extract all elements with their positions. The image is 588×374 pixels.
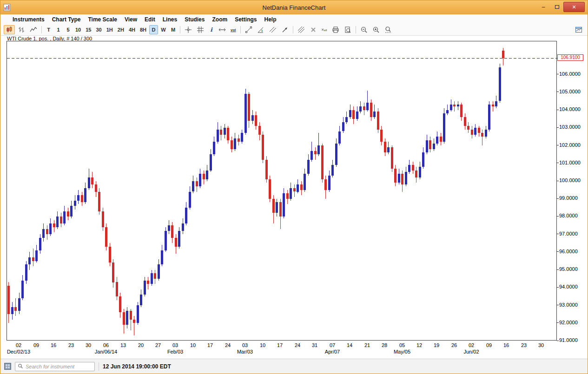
info-icon[interactable]: i bbox=[207, 25, 216, 34]
date-axis-label: 09 bbox=[486, 342, 492, 348]
candle bbox=[67, 211, 69, 217]
candle bbox=[349, 110, 351, 117]
timeframe-daily-button[interactable]: D bbox=[149, 25, 158, 34]
candle bbox=[206, 171, 208, 179]
date-axis-label: 17 bbox=[277, 342, 283, 348]
new-chart-window-icon[interactable] bbox=[573, 25, 584, 34]
candle bbox=[373, 112, 376, 117]
menu-help[interactable]: Help bbox=[260, 15, 280, 24]
minimize-button[interactable]: – bbox=[536, 2, 550, 12]
candle bbox=[137, 305, 139, 323]
candle bbox=[440, 137, 442, 142]
candle bbox=[241, 133, 243, 142]
statusbar-logo-icon bbox=[4, 363, 11, 370]
search-input[interactable] bbox=[26, 364, 92, 369]
candle bbox=[165, 231, 167, 250]
zoom-out-icon[interactable] bbox=[358, 25, 370, 34]
date-axis-label: 16 bbox=[51, 342, 56, 348]
candlestick-chart-icon[interactable] bbox=[4, 25, 15, 34]
volume-icon[interactable]: vol bbox=[229, 25, 238, 34]
title-bar[interactable]: NetDania FinanceChart – × bbox=[0, 0, 588, 14]
instrument-search-box[interactable] bbox=[15, 362, 95, 371]
date-axis-month-label: Jan/06/14 bbox=[95, 349, 117, 354]
scroll-horizontal-icon[interactable] bbox=[217, 25, 228, 34]
app-window: NetDania FinanceChart – × InstrumentsCha… bbox=[0, 0, 588, 374]
timeframe-tick-button[interactable]: T bbox=[44, 25, 53, 34]
andrews-pitchfork-icon[interactable] bbox=[296, 25, 307, 34]
statusbar-separator bbox=[99, 362, 99, 371]
candle bbox=[49, 223, 52, 234]
date-axis-label: 05 bbox=[399, 342, 405, 348]
arrow-annotation-icon[interactable] bbox=[279, 25, 291, 34]
date-axis-label: 09 bbox=[33, 342, 39, 348]
timeframe-2h-button[interactable]: 2H bbox=[116, 25, 126, 34]
timeframe-1h-button[interactable]: 1H bbox=[105, 25, 115, 34]
candle bbox=[279, 202, 282, 217]
grid-icon[interactable] bbox=[195, 25, 206, 34]
candle bbox=[199, 174, 201, 186]
maximize-button[interactable] bbox=[550, 2, 563, 12]
menu-lines[interactable]: Lines bbox=[159, 15, 181, 24]
menu-view[interactable]: View bbox=[121, 15, 141, 24]
candle bbox=[443, 113, 445, 142]
menu-instruments[interactable]: Instruments bbox=[9, 15, 48, 24]
price-axis-label: 94.0000 bbox=[559, 284, 578, 289]
delete-all-drawings-icon[interactable]: ×all bbox=[320, 25, 329, 34]
candle bbox=[422, 152, 424, 167]
price-axis-label: 96.0000 bbox=[559, 249, 578, 254]
timeframe-15min-button[interactable]: 15 bbox=[84, 25, 93, 34]
trend-line-angle-icon[interactable]: 1 bbox=[255, 25, 266, 34]
candle bbox=[189, 192, 191, 208]
candle bbox=[436, 137, 438, 144]
date-axis-label: 02 bbox=[469, 342, 474, 348]
timeframe-4h-button[interactable]: 4H bbox=[127, 25, 137, 34]
search-icon bbox=[18, 362, 23, 371]
menu-edit[interactable]: Edit bbox=[141, 15, 159, 24]
quote-timestamp: 12 Jun 2014 19:00:00 EDT bbox=[103, 363, 171, 370]
candle bbox=[317, 145, 320, 154]
date-axis-label: 16 bbox=[503, 342, 509, 348]
timeframe-5min-button[interactable]: 5 bbox=[64, 25, 73, 34]
candle bbox=[105, 227, 107, 247]
timeframe-1min-button[interactable]: 1 bbox=[54, 25, 63, 34]
candle bbox=[321, 145, 324, 179]
candlestick-plot[interactable] bbox=[7, 41, 557, 341]
candle bbox=[481, 133, 483, 137]
price-axis-label: 103.0000 bbox=[559, 124, 581, 130]
crosshair-icon[interactable] bbox=[183, 25, 194, 34]
candle bbox=[433, 144, 435, 149]
date-axis-label: 30 bbox=[538, 342, 544, 348]
menu-zoom[interactable]: Zoom bbox=[208, 15, 231, 24]
candle bbox=[84, 188, 86, 203]
candle bbox=[234, 138, 236, 149]
print-preview-icon[interactable] bbox=[342, 25, 353, 34]
candle bbox=[269, 179, 271, 199]
menu-studies[interactable]: Studies bbox=[181, 15, 208, 24]
line-chart-icon[interactable] bbox=[28, 25, 39, 34]
candle bbox=[471, 130, 473, 135]
print-icon[interactable] bbox=[330, 25, 341, 34]
delete-drawing-icon[interactable] bbox=[308, 25, 319, 34]
candle bbox=[161, 250, 163, 265]
date-axis-label: 10 bbox=[260, 342, 265, 348]
timeframe-weekly-button[interactable]: W bbox=[159, 25, 168, 34]
candle bbox=[499, 67, 501, 101]
timeframe-monthly-button[interactable]: M bbox=[169, 25, 178, 34]
menu-chart-type[interactable]: Chart Type bbox=[48, 15, 85, 24]
timeframe-30min-button[interactable]: 30 bbox=[94, 25, 104, 34]
candle bbox=[262, 135, 264, 160]
menu-settings[interactable]: Settings bbox=[231, 15, 260, 24]
window-title: NetDania FinanceChart bbox=[0, 4, 588, 11]
close-button[interactable]: × bbox=[563, 2, 585, 12]
parallel-channel-icon[interactable] bbox=[267, 25, 278, 34]
candle bbox=[147, 281, 149, 284]
zoom-in-icon[interactable] bbox=[370, 25, 382, 34]
zoom-area-icon[interactable] bbox=[383, 25, 394, 34]
timeframe-10min-button[interactable]: 10 bbox=[73, 25, 83, 34]
candle bbox=[18, 298, 20, 311]
timeframe-8h-button[interactable]: 8H bbox=[138, 25, 148, 34]
menu-time-scale[interactable]: Time Scale bbox=[84, 15, 120, 24]
candle bbox=[192, 181, 194, 192]
trend-line-icon[interactable] bbox=[243, 25, 254, 34]
ohlc-bar-chart-icon[interactable] bbox=[16, 25, 27, 34]
